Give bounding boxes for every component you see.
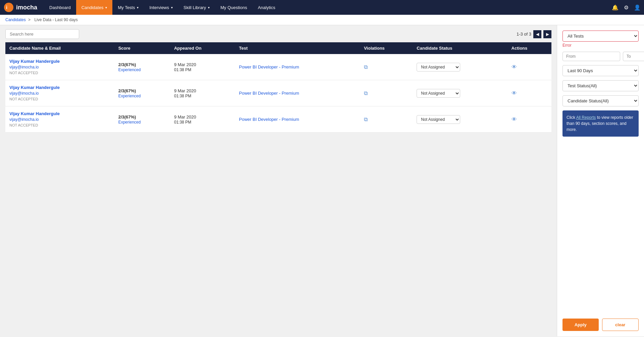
test-filter-select[interactable]: All Tests	[562, 31, 639, 42]
breadcrumb-separator: >	[28, 17, 31, 22]
content-area: 1-3 of 3 ◀ ▶ Candidate Name & Email Scor…	[0, 25, 557, 336]
candidate-tag-1: NOT ACCEPTED	[9, 97, 38, 101]
date-value-2: 9 Mar 2020	[174, 114, 231, 119]
cell-score-1: 2/3(67%) Experienced	[114, 80, 170, 106]
cell-actions-0: 👁	[507, 54, 551, 80]
toolbar: 1-3 of 3 ◀ ▶	[5, 29, 551, 39]
nav-my-questions[interactable]: My Questions	[215, 0, 252, 15]
breadcrumb-current: Live Data - Last 90 days	[34, 17, 77, 22]
info-box: Click All Reports to view reports older …	[562, 110, 639, 137]
candidate-name-2: Vijay Kumar Handergule	[9, 111, 110, 116]
cell-violations-0: ⧉	[360, 54, 413, 80]
clear-button[interactable]: clear	[602, 319, 639, 331]
nav-right-icons: 🔔 ⚙ 👤	[612, 4, 641, 11]
chevron-down-icon: ▾	[105, 6, 107, 9]
status-select-1[interactable]: Not AssignedAcceptedRejectedOn Hold	[417, 89, 460, 98]
violation-icon-1[interactable]: ⧉	[364, 90, 368, 96]
score-value-2: 2/3(67%)	[118, 114, 166, 119]
chevron-down-icon: ▾	[208, 6, 210, 9]
date-range-select[interactable]: Last 90 Days Last 30 Days Last 7 Days Cu…	[562, 65, 639, 76]
test-name-0: Power BI Developer - Premium	[239, 64, 299, 69]
table-row: Vijay Kumar Handergule vijay@imocha.io N…	[5, 80, 551, 106]
score-label-1: Experienced	[118, 94, 141, 98]
candidate-name-0: Vijay Kumar Handergule	[9, 59, 110, 64]
next-page-button[interactable]: ▶	[543, 30, 551, 38]
score-value-1: 2/3(67%)	[118, 88, 166, 93]
top-nav: i imocha Dashboard Candidates ▾ My Tests…	[0, 0, 644, 15]
candidate-tag-0: NOT ACCEPTED	[9, 71, 38, 75]
from-date-input[interactable]	[562, 52, 620, 61]
candidate-email-0: vijay@imocha.io	[9, 65, 110, 69]
breadcrumb-parent[interactable]: Candidates	[5, 17, 26, 22]
nav-skill-library[interactable]: Skill Library ▾	[178, 0, 215, 15]
pagination: 1-3 of 3 ◀ ▶	[517, 30, 551, 38]
prev-page-button[interactable]: ◀	[533, 30, 541, 38]
cell-violations-2: ⧉	[360, 106, 413, 133]
logo-text: imocha	[16, 4, 37, 11]
cell-candidate-0: Vijay Kumar Handergule vijay@imocha.io N…	[5, 54, 114, 80]
svg-point-0	[4, 3, 13, 12]
violation-icon-0[interactable]: ⧉	[364, 64, 368, 70]
search-input[interactable]	[5, 29, 79, 39]
cell-candidate-2: Vijay Kumar Handergule vijay@imocha.io N…	[5, 106, 114, 133]
nav-dashboard[interactable]: Dashboard	[44, 0, 76, 15]
col-header-score: Score	[114, 42, 170, 54]
to-date-input[interactable]	[623, 52, 644, 61]
violation-icon-2[interactable]: ⧉	[364, 116, 368, 122]
table-row: Vijay Kumar Handergule vijay@imocha.io N…	[5, 106, 551, 133]
svg-text:i: i	[6, 5, 7, 10]
pagination-text: 1-3 of 3	[517, 32, 531, 37]
col-header-appeared: Appeared On	[170, 42, 235, 54]
score-value-0: 2/3(67%)	[118, 62, 166, 67]
test-name-1: Power BI Developer - Premium	[239, 91, 299, 96]
date-value-0: 9 Mar 2020	[174, 62, 231, 67]
info-text-pre: Click	[567, 115, 576, 120]
col-header-violations: Violations	[360, 42, 413, 54]
col-header-name: Candidate Name & Email	[5, 42, 114, 54]
date-time-2: 01:38 PM	[174, 120, 191, 125]
cell-score-2: 2/3(67%) Experienced	[114, 106, 170, 133]
cell-score-0: 2/3(67%) Experienced	[114, 54, 170, 80]
error-text: Error	[562, 43, 639, 48]
main-layout: 1-3 of 3 ◀ ▶ Candidate Name & Email Scor…	[0, 25, 644, 336]
cell-candidate-status-1: Not AssignedAcceptedRejectedOn Hold	[413, 80, 507, 106]
candidate-email-1: vijay@imocha.io	[9, 91, 110, 96]
view-action-1[interactable]: 👁	[512, 90, 517, 96]
apply-button[interactable]: Apply	[562, 319, 599, 331]
logo-icon: i	[3, 2, 14, 13]
date-row	[562, 52, 639, 61]
logo[interactable]: i imocha	[3, 2, 37, 13]
breadcrumb: Candidates > Live Data - Last 90 days	[0, 15, 644, 25]
nav-candidates[interactable]: Candidates ▾	[76, 0, 113, 15]
cell-candidate-1: Vijay Kumar Handergule vijay@imocha.io N…	[5, 80, 114, 106]
date-time-1: 01:38 PM	[174, 94, 191, 98]
view-action-0[interactable]: 👁	[512, 64, 517, 70]
candidate-tag-2: NOT ACCEPTED	[9, 123, 38, 127]
cell-date-0: 9 Mar 2020 01:38 PM	[170, 54, 235, 80]
table-row: Vijay Kumar Handergule vijay@imocha.io N…	[5, 54, 551, 80]
score-label-0: Experienced	[118, 67, 141, 72]
test-name-2: Power BI Developer - Premium	[239, 117, 299, 122]
view-action-2[interactable]: 👁	[512, 116, 517, 122]
test-status-select[interactable]: Test Status(All) Completed In Progress N…	[562, 80, 639, 91]
candidates-table: Candidate Name & Email Score Appeared On…	[5, 42, 551, 133]
score-label-2: Experienced	[118, 120, 141, 125]
cell-date-2: 9 Mar 2020 01:38 PM	[170, 106, 235, 133]
cell-date-1: 9 Mar 2020 01:38 PM	[170, 80, 235, 106]
date-value-1: 9 Mar 2020	[174, 88, 231, 93]
cell-violations-1: ⧉	[360, 80, 413, 106]
nav-analytics[interactable]: Analytics	[253, 0, 281, 15]
candidate-status-select[interactable]: Candidate Status(All) Accepted Rejected …	[562, 95, 639, 106]
cell-test-0: Power BI Developer - Premium	[235, 54, 360, 80]
gear-icon[interactable]: ⚙	[624, 4, 629, 11]
status-select-0[interactable]: Not AssignedAcceptedRejectedOn Hold	[417, 63, 460, 71]
status-select-2[interactable]: Not AssignedAcceptedRejectedOn Hold	[417, 115, 460, 124]
user-icon[interactable]: 👤	[634, 4, 641, 11]
all-reports-link[interactable]: All Reports	[576, 115, 596, 120]
nav-interviews[interactable]: Interviews ▾	[144, 0, 178, 15]
bell-icon[interactable]: 🔔	[612, 4, 619, 11]
col-header-status: Candidate Status	[413, 42, 507, 54]
cell-candidate-status-0: Not AssignedAcceptedRejectedOn Hold	[413, 54, 507, 80]
nav-my-tests[interactable]: My Tests ▾	[112, 0, 144, 15]
cell-candidate-status-2: Not AssignedAcceptedRejectedOn Hold	[413, 106, 507, 133]
